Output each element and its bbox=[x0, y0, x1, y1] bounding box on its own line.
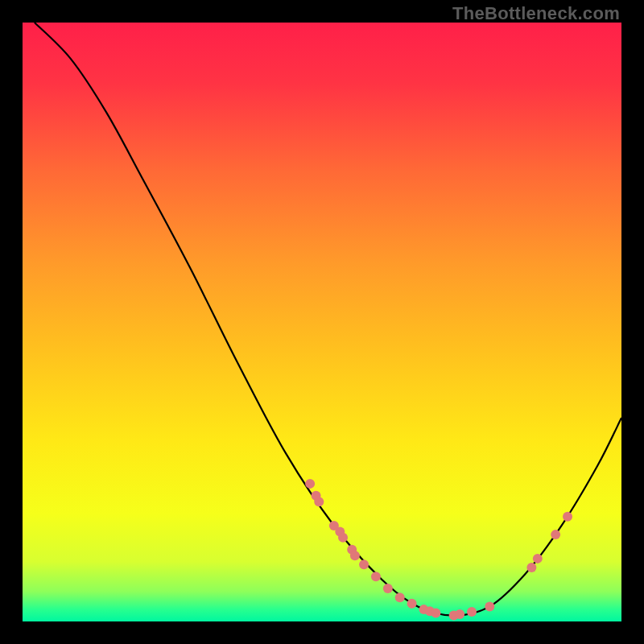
scatter-point bbox=[338, 533, 348, 543]
scatter-point bbox=[485, 601, 494, 611]
scatter-point bbox=[350, 551, 360, 560]
scatter-point bbox=[407, 599, 417, 609]
scatter-point bbox=[383, 584, 393, 593]
scatter-point bbox=[526, 563, 536, 572]
chart-frame bbox=[23, 23, 621, 621]
scatter-point bbox=[371, 572, 381, 581]
scatter-point bbox=[467, 607, 477, 617]
scatter-point bbox=[533, 554, 543, 564]
plot-background bbox=[23, 23, 621, 621]
scatter-point bbox=[455, 609, 464, 619]
bottleneck-chart bbox=[23, 23, 621, 621]
scatter-point bbox=[305, 479, 315, 489]
scatter-point bbox=[359, 559, 369, 569]
scatter-point bbox=[395, 592, 405, 602]
scatter-point bbox=[314, 497, 324, 506]
scatter-point bbox=[563, 512, 572, 522]
scatter-point bbox=[551, 530, 560, 539]
scatter-point bbox=[431, 609, 440, 618]
watermark-text: TheBottleneck.com bbox=[452, 3, 620, 24]
